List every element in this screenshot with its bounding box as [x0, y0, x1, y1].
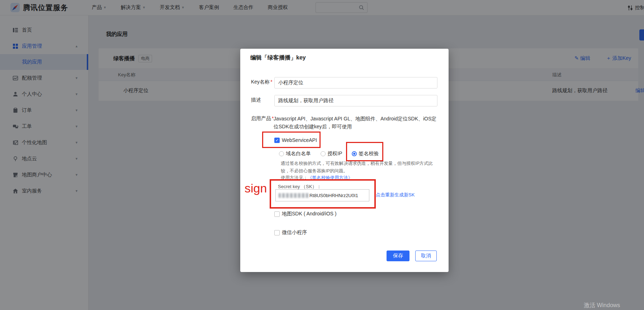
- app-root: 腾讯位置服务 产品▼ 解决方案▼ 开发文档▼ 客户案例 生态合作 商业授权: [0, 0, 644, 310]
- desc-label: 描述: [251, 97, 261, 103]
- checkbox-unchecked-icon[interactable]: [274, 230, 280, 235]
- map-sdk-label: 地图SDK ( Android/iOS ): [282, 211, 337, 217]
- usage-method-link[interactable]: 《签名校验使用方法》: [308, 175, 352, 180]
- regenerate-sk-link[interactable]: 点击重新生成新SK: [376, 192, 415, 198]
- radio-icon: [321, 151, 326, 156]
- required-asterisk: *: [270, 79, 272, 85]
- webservice-checkbox-row[interactable]: WebServiceAPI: [274, 137, 317, 143]
- webservice-label: WebServiceAPI: [282, 137, 317, 143]
- checkbox-unchecked-icon[interactable]: [274, 211, 280, 217]
- mini-program-label: 微信小程序: [282, 229, 307, 236]
- checkbox-checked-icon[interactable]: [274, 138, 280, 143]
- modal-buttons: 保存 取消: [387, 251, 437, 261]
- radio-icon: [279, 151, 284, 156]
- radio-domain-whitelist[interactable]: 域名白名单: [279, 151, 311, 157]
- windows-activation-watermark: 激活 Windows: [584, 302, 620, 309]
- key-name-input[interactable]: [274, 77, 437, 89]
- map-sdk-checkbox-row[interactable]: 地图SDK ( Android/iOS ): [274, 211, 337, 217]
- radio-signature-check[interactable]: 签名校验: [352, 151, 379, 157]
- products-summary: Javascript API、Javascript API GL、地图组件、An…: [274, 115, 441, 130]
- usage-hint: 使用方法见：《签名校验使用方法》: [281, 175, 352, 181]
- auth-mode-radio-group: 域名白名单 授权IP 签名校验: [279, 151, 379, 157]
- annotation-sign-text: sign: [245, 181, 267, 195]
- desc-input[interactable]: [274, 95, 437, 106]
- mini-program-checkbox-row[interactable]: 微信小程序: [274, 229, 307, 236]
- radio-selected-icon: [352, 151, 357, 156]
- secret-key-field[interactable]: Rt8US0bHRHNrz2U0I1: [275, 189, 369, 201]
- products-label: 启用产品*: [251, 115, 274, 122]
- cancel-button[interactable]: 取消: [415, 251, 437, 261]
- sk-masked-prefix: [279, 193, 309, 198]
- radio-authorized-ip[interactable]: 授权IP: [321, 151, 342, 157]
- key-name-label: Key名称*: [251, 79, 273, 85]
- modal-title: 编辑「绿客播播」key: [250, 54, 306, 62]
- sk-visible-value: Rt8US0bHRHNrz2U0I1: [309, 193, 358, 198]
- save-button[interactable]: 保存: [387, 251, 409, 261]
- edit-key-modal: 编辑「绿客播播」key Key名称* 描述 启用产品* Javascript A…: [240, 49, 449, 272]
- signature-description: 通过签名校验的方式，可有效解决请求伪造，稍有开发量，但与授权IP方式比较，不必担…: [281, 160, 441, 175]
